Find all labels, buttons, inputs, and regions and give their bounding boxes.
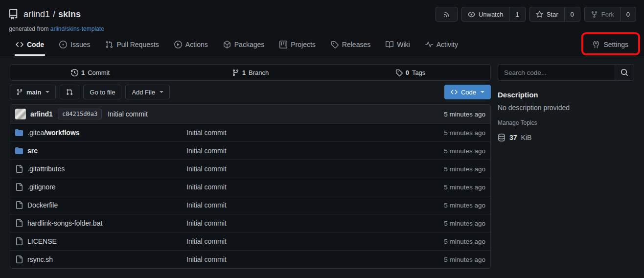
file-link[interactable]: .gitignore xyxy=(27,183,56,191)
code-button-label: Code xyxy=(461,89,476,96)
folder-link[interactable]: /workflows xyxy=(44,129,79,137)
pull-request-icon xyxy=(105,41,113,48)
file-icon xyxy=(15,183,23,191)
tab-issues-label: Issues xyxy=(70,41,90,48)
star-button-group: Star 0 xyxy=(529,7,580,22)
search-input[interactable] xyxy=(498,64,615,81)
add-file-button[interactable]: Add File xyxy=(125,85,170,99)
unwatch-button[interactable]: Unwatch xyxy=(462,7,509,21)
generated-from-label: generated from xyxy=(9,25,48,32)
repo-action-buttons: Unwatch 1 Star 0 Fork 0 xyxy=(436,7,636,22)
rss-button[interactable] xyxy=(436,7,458,22)
description-text: No description provided xyxy=(498,104,634,112)
chevron-down-icon xyxy=(160,91,163,93)
unwatch-button-group: Unwatch 1 xyxy=(461,7,526,22)
repo-name-link[interactable]: skins xyxy=(58,9,81,20)
file-link[interactable]: Dockerfile xyxy=(27,201,58,209)
code-icon xyxy=(451,89,458,95)
repo-header: arlind1 / skins Unwatch 1 Star 0 xyxy=(0,0,644,56)
commit-author-link[interactable]: arlind1 xyxy=(30,110,53,118)
commit-message-link[interactable]: Initial commit xyxy=(108,110,148,118)
template-repo-link[interactable]: arlind/skins-template xyxy=(50,25,104,32)
row-time: 5 minutes ago xyxy=(444,147,485,155)
row-commit-message[interactable]: Initial commit xyxy=(186,147,444,155)
tab-activity[interactable]: Activity xyxy=(424,36,459,56)
tab-actions-label: Actions xyxy=(185,41,208,48)
tags-count: 0 xyxy=(406,69,409,76)
row-commit-message[interactable]: Initial commit xyxy=(186,237,444,245)
row-time: 5 minutes ago xyxy=(444,184,485,191)
table-row: .gitea/workflows Initial commit 5 minute… xyxy=(10,123,490,141)
branches-stat[interactable]: 1 Branch xyxy=(170,69,330,76)
tools-icon xyxy=(592,41,600,48)
repo-toolbar: main Go to file Add File Code xyxy=(10,85,491,99)
repo-owner-link[interactable]: arlind1 xyxy=(23,9,50,20)
folder-path-prefix[interactable]: .gitea xyxy=(27,129,44,137)
git-compare-icon xyxy=(66,89,73,95)
repo-sidebar: Description No description provided Mana… xyxy=(498,64,634,269)
tab-issues[interactable]: Issues xyxy=(58,36,91,56)
play-icon xyxy=(174,41,182,48)
branch-selector[interactable]: main xyxy=(10,85,56,99)
row-time: 5 minutes ago xyxy=(444,220,485,227)
fork-button[interactable]: Fork xyxy=(585,7,620,21)
tab-wiki[interactable]: Wiki xyxy=(385,36,411,56)
table-row: hardlink-songs-folder.bat Initial commit… xyxy=(10,214,490,232)
file-table: arlind1 c84215d0a3 Initial commit 5 minu… xyxy=(10,104,491,269)
tab-settings[interactable]: Settings xyxy=(591,36,629,56)
tab-pull-requests[interactable]: Pull Requests xyxy=(104,36,160,56)
main-content: 1 Commit 1 Branch 0 Tags main xyxy=(0,56,644,277)
repo-size-value: 37 xyxy=(509,134,517,141)
repo-tabbar: Code Issues Pull Requests Actions Packag… xyxy=(0,33,644,56)
code-download-button[interactable]: Code xyxy=(444,85,491,99)
tags-stat[interactable]: 0 Tags xyxy=(330,69,490,76)
tab-settings-label: Settings xyxy=(603,41,628,48)
tab-pull-requests-label: Pull Requests xyxy=(116,41,159,48)
row-commit-message[interactable]: Initial commit xyxy=(186,255,444,263)
go-to-file-label: Go to file xyxy=(90,89,115,96)
commit-hash-badge[interactable]: c84215d0a3 xyxy=(58,109,102,119)
commits-label: Commit xyxy=(88,69,110,76)
branch-icon xyxy=(16,89,23,95)
watchers-count[interactable]: 1 xyxy=(509,7,525,21)
folder-icon xyxy=(15,147,23,155)
forks-count[interactable]: 0 xyxy=(620,7,636,21)
issue-icon xyxy=(59,41,67,48)
chevron-down-icon xyxy=(481,91,484,93)
commits-stat[interactable]: 1 Commit xyxy=(10,69,170,76)
row-commit-message[interactable]: Initial commit xyxy=(186,201,444,209)
file-link[interactable]: .gitattributes xyxy=(27,165,65,173)
stars-count[interactable]: 0 xyxy=(564,7,580,21)
file-icon xyxy=(15,201,23,209)
table-row: LICENSE Initial commit 5 minutes ago xyxy=(10,232,490,250)
repo-title: arlind1 / skins xyxy=(23,9,81,20)
file-link[interactable]: rsync.sh xyxy=(27,255,53,263)
search-button[interactable] xyxy=(615,64,634,81)
row-commit-message[interactable]: Initial commit xyxy=(186,219,444,227)
tab-releases-label: Releases xyxy=(342,41,370,48)
row-commit-message[interactable]: Initial commit xyxy=(186,129,444,137)
compare-button[interactable] xyxy=(60,85,79,99)
add-file-label: Add File xyxy=(132,89,155,96)
file-link[interactable]: hardlink-songs-folder.bat xyxy=(27,219,102,227)
star-button[interactable]: Star xyxy=(530,7,564,21)
commit-time: 5 minutes ago xyxy=(444,111,485,118)
tab-packages-label: Packages xyxy=(234,41,264,48)
file-link[interactable]: LICENSE xyxy=(27,237,57,245)
tab-code[interactable]: Code xyxy=(15,36,45,56)
avatar[interactable] xyxy=(15,109,26,119)
table-row: rsync.sh Initial commit 5 minutes ago xyxy=(10,250,490,268)
go-to-file-button[interactable]: Go to file xyxy=(83,85,121,99)
star-label: Star xyxy=(547,11,558,18)
tab-projects[interactable]: Projects xyxy=(278,36,317,56)
row-commit-message[interactable]: Initial commit xyxy=(186,165,444,173)
tab-releases[interactable]: Releases xyxy=(330,36,371,56)
table-row: .gitattributes Initial commit 5 minutes … xyxy=(10,160,490,178)
manage-topics-link[interactable]: Manage Topics xyxy=(498,119,537,126)
table-row: .gitignore Initial commit 5 minutes ago xyxy=(10,178,490,196)
folder-link[interactable]: src xyxy=(27,147,38,155)
tab-packages[interactable]: Packages xyxy=(222,36,265,56)
row-commit-message[interactable]: Initial commit xyxy=(186,183,444,191)
description-title: Description xyxy=(498,91,634,99)
tab-actions[interactable]: Actions xyxy=(173,36,209,56)
